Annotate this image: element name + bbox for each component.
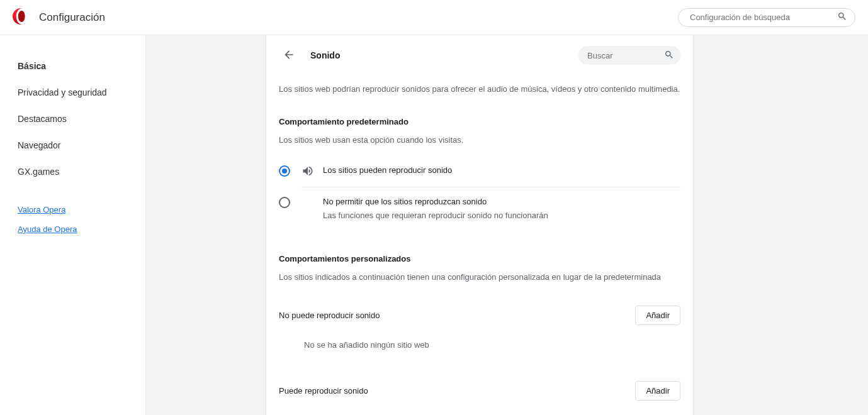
sidebar-item-basic[interactable]: Básica [18, 53, 145, 79]
radio-indicator [279, 165, 290, 177]
app-header: Configuración [0, 0, 868, 35]
default-behavior-sub: Los sitios web usan esta opción cuando l… [279, 135, 680, 145]
custom-behavior-sub: Los sitios indicados a continuación tien… [279, 272, 680, 282]
sidebar: Básica Privacidad y seguridad Destacamos… [0, 35, 146, 415]
header-search[interactable] [678, 8, 855, 27]
sidebar-item-gxgames[interactable]: GX.games [18, 158, 145, 185]
radio-allow-sound[interactable]: Los sitios pueden reproducir sonido [279, 157, 680, 187]
volume-icon [302, 165, 323, 179]
sidebar-item-privacy[interactable]: Privacidad y seguridad [18, 79, 145, 106]
radio-block-sound[interactable]: No permitir que los sitios reproduzcan s… [279, 187, 680, 229]
back-button[interactable] [279, 45, 299, 65]
sidebar-link-rate[interactable]: Valora Opera [18, 200, 145, 219]
panel-header: Sonido [279, 45, 680, 65]
custom-behavior-title: Comportamientos personalizados [279, 254, 680, 263]
add-block-button[interactable]: Añadir [635, 306, 680, 325]
search-icon [664, 50, 674, 62]
allow-list-header: Puede reproducir sonido Añadir [279, 370, 680, 406]
block-list-section: No puede reproducir sonido Añadir No se … [279, 294, 680, 365]
allow-list-empty: No se ha añadido ningún sitio web [279, 406, 680, 415]
add-allow-button[interactable]: Añadir [635, 381, 680, 401]
header-search-input[interactable] [690, 13, 837, 22]
block-list-title: No puede reproducir sonido [279, 311, 380, 320]
sidebar-link-help[interactable]: Ayuda de Opera [18, 219, 145, 239]
allow-list-section: Puede reproducir sonido Añadir No se ha … [279, 370, 680, 415]
main: Sonido Los sitios web podrían reproducir… [146, 35, 868, 415]
default-behavior-title: Comportamiento predeterminado [279, 117, 680, 126]
radio-text: No permitir que los sitios reproduzcan s… [323, 196, 680, 221]
content-panel: Sonido Los sitios web podrían reproducir… [266, 35, 694, 415]
radio-group-default: Los sitios pueden reproducir sonido No p… [279, 157, 680, 229]
panel-title: Sonido [310, 50, 578, 60]
radio-indicator [279, 197, 290, 208]
panel-search-input[interactable] [587, 51, 664, 60]
opera-logo-icon [13, 8, 39, 26]
panel-description: Los sitios web podrían reproducir sonido… [279, 83, 680, 96]
page-title: Configuración [39, 11, 678, 24]
radio-allow-label: Los sitios pueden reproducir sonido [323, 165, 680, 176]
sidebar-item-featured[interactable]: Destacamos [18, 106, 145, 132]
allow-list-title: Puede reproducir sonido [279, 386, 368, 396]
radio-block-label: No permitir que los sitios reproduzcan s… [323, 196, 680, 208]
radio-block-help: Las funciones que requieran reproducir s… [323, 210, 680, 221]
sidebar-item-browser[interactable]: Navegador [18, 132, 145, 158]
arrow-left-icon [283, 48, 295, 63]
search-icon [837, 11, 847, 23]
block-list-header: No puede reproducir sonido Añadir [279, 294, 680, 330]
panel-search[interactable] [578, 46, 680, 65]
block-list-empty: No se ha añadido ningún sitio web [279, 330, 680, 365]
radio-text: Los sitios pueden reproducir sonido [323, 165, 680, 176]
